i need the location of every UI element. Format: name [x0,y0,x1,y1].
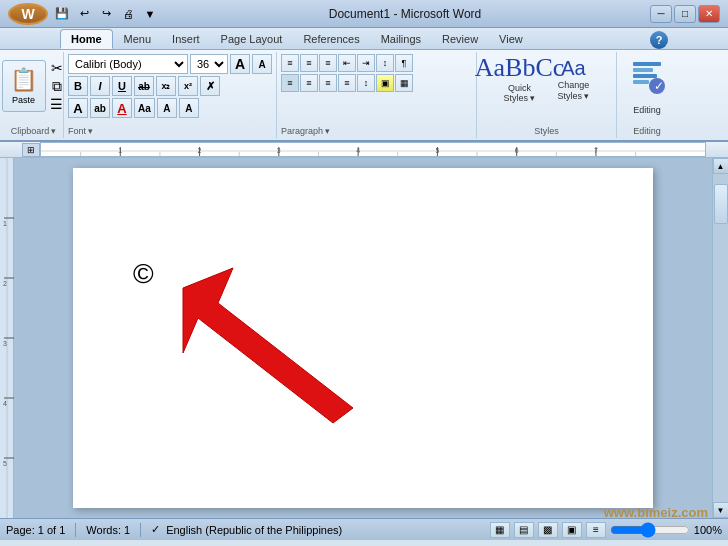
word-count: Words: 1 [86,524,130,536]
change-styles-button[interactable]: Aa ChangeStyles ▾ [549,57,599,102]
editing-button[interactable]: ✓ Editing [621,54,673,115]
ribbon: 📋 Paste ✂ ⧉ ☰ Clipboard ▾ Calibri (Body)… [0,50,728,142]
copy-button[interactable]: ⧉ [48,78,66,94]
full-screen-button[interactable]: ▤ [514,522,534,538]
italic-button[interactable]: I [90,76,110,96]
scroll-track[interactable] [713,174,729,502]
bullet-list-button[interactable]: ≡ [281,54,299,72]
scroll-down-button[interactable]: ▼ [713,502,729,518]
styles-section: AaBbCc QuickStyles ▾ Aa ChangeStyles ▾ S… [477,52,617,138]
shrink-font-button[interactable]: A [252,54,272,74]
underline-button[interactable]: U [112,76,132,96]
outline-view-button[interactable]: ▣ [562,522,582,538]
zoom-level: 100% [694,524,722,536]
bold-button[interactable]: B [68,76,88,96]
help-button[interactable]: ? [650,31,668,49]
clear-button2[interactable]: A [157,98,177,118]
tab-view[interactable]: View [489,29,533,49]
zoom-slider[interactable] [610,523,690,537]
outline-list-button[interactable]: ≡ [319,54,337,72]
superscript-button[interactable]: x² [178,76,198,96]
font-name-select[interactable]: Calibri (Body) [68,54,188,74]
tab-home[interactable]: Home [60,29,113,49]
font-size-select[interactable]: 36 [190,54,228,74]
shading-button[interactable]: ▣ [376,74,394,92]
web-view-button[interactable]: ▩ [538,522,558,538]
window-controls: ─ □ ✕ [650,5,720,23]
svg-text:4: 4 [356,147,360,154]
document-area[interactable]: © [14,158,712,518]
format-painter-button[interactable]: ☰ [48,96,66,112]
text-effects-button[interactable]: A [68,98,88,118]
ruler-corner[interactable]: ⊞ [22,143,40,157]
tab-menu[interactable]: Menu [114,29,162,49]
minimize-button[interactable]: ─ [650,5,672,23]
svg-rect-3 [633,80,649,84]
print-quick-btn[interactable]: 🖨 [118,5,138,23]
align-right-button[interactable]: ≡ [319,74,337,92]
close-button[interactable]: ✕ [698,5,720,23]
paste-button[interactable]: 📋 Paste [2,60,46,112]
justify-button[interactable]: ≡ [338,74,356,92]
paragraph-section: ≡ ≡ ≡ ⇤ ⇥ ↕ ¶ ≡ ≡ ≡ ≡ ↕ ▣ ▦ Paragraph ▾ [277,52,477,138]
undo-quick-btn[interactable]: ↩ [74,5,94,23]
numbered-list-button[interactable]: ≡ [300,54,318,72]
print-view-button[interactable]: ▦ [490,522,510,538]
office-button[interactable]: W [8,3,48,25]
quick-styles-button[interactable]: AaBbCc QuickStyles ▾ [495,54,545,104]
main-area: 1 2 3 4 5 © [0,158,728,518]
sort-button[interactable]: ↕ [376,54,394,72]
scroll-up-button[interactable]: ▲ [713,158,729,174]
change-styles-icon: Aa [561,57,585,80]
red-arrow [153,248,373,428]
tab-mailings[interactable]: Mailings [371,29,431,49]
svg-text:1: 1 [3,220,7,227]
ruler-marks: 1 2 3 4 5 6 7 [40,142,706,157]
cut-button[interactable]: ✂ [48,60,66,76]
editing-label: Editing [633,105,661,115]
grow-font-button[interactable]: A [230,54,250,74]
border-button[interactable]: ▦ [395,74,413,92]
strikethrough-button[interactable]: ab [134,76,154,96]
language-status: English (Republic of the Philippines) [166,524,342,536]
editing-section-label: Editing [633,126,661,136]
svg-text:7: 7 [594,147,598,154]
tab-review[interactable]: Review [432,29,488,49]
more-font-button[interactable]: A [179,98,199,118]
svg-text:2: 2 [3,280,7,287]
svg-text:2: 2 [198,147,202,154]
svg-text:5: 5 [3,460,7,467]
svg-text:4: 4 [3,400,7,407]
tab-page-layout[interactable]: Page Layout [211,29,293,49]
scroll-thumb[interactable] [714,184,728,224]
tab-insert[interactable]: Insert [162,29,210,49]
font-section: Calibri (Body) 36 A A B I U ab x₂ x² ✗ A… [64,52,277,138]
highlight-color-button[interactable]: ab [90,98,110,118]
tab-references[interactable]: References [293,29,369,49]
clear-format-button[interactable]: ✗ [200,76,220,96]
increase-indent-button[interactable]: ⇥ [357,54,375,72]
change-case-button[interactable]: Aa [134,98,155,118]
decrease-indent-button[interactable]: ⇤ [338,54,356,72]
save-quick-btn[interactable]: 💾 [52,5,72,23]
status-sep-1 [75,523,76,537]
align-center-button[interactable]: ≡ [300,74,318,92]
maximize-button[interactable]: □ [674,5,696,23]
font-color-button[interactable]: A [112,98,132,118]
document-page[interactable]: © [73,168,653,508]
align-left-button[interactable]: ≡ [281,74,299,92]
draft-view-button[interactable]: ≡ [586,522,606,538]
subscript-button[interactable]: x₂ [156,76,176,96]
line-spacing-button[interactable]: ↕ [357,74,375,92]
svg-rect-0 [633,62,661,66]
svg-marker-40 [183,268,353,423]
redo-quick-btn[interactable]: ↪ [96,5,116,23]
paragraph-label: Paragraph ▾ [281,126,330,136]
status-sep-2 [140,523,141,537]
styles-label: Styles [534,126,559,136]
quick-styles-label: QuickStyles ▾ [503,83,535,105]
show-hide-button[interactable]: ¶ [395,54,413,72]
more-quick-btn[interactable]: ▼ [140,5,160,23]
ribbon-tabs: Home Menu Insert Page Layout References … [0,28,728,50]
svg-text:✓: ✓ [654,79,664,93]
